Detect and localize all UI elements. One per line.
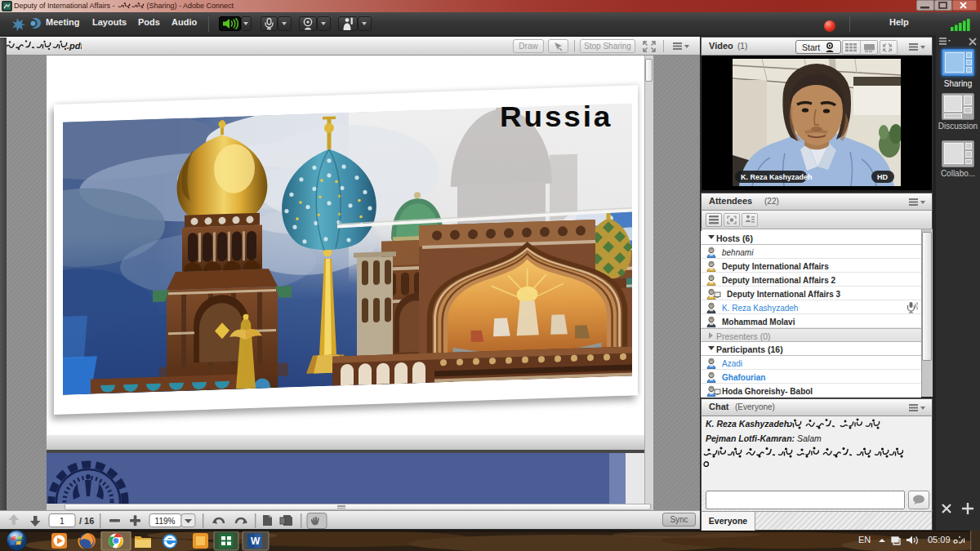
svg-text:.pdf: .pdf <box>67 41 82 51</box>
svg-text:K. Reza Kashyzadeh: K. Reza Kashyzadeh <box>741 173 813 181</box>
svg-text:119%: 119% <box>155 517 176 526</box>
svg-text:HD: HD <box>877 173 888 181</box>
svg-text:1: 1 <box>60 516 65 526</box>
svg-text:W: W <box>251 535 261 547</box>
svg-text:/ 16: / 16 <box>79 516 94 526</box>
